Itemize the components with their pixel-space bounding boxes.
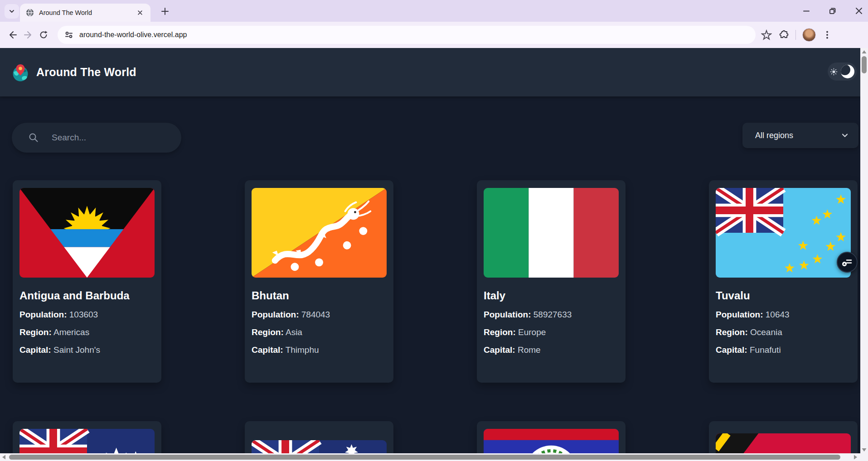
restore-icon[interactable]: [827, 5, 838, 16]
minimize-icon[interactable]: [801, 5, 812, 16]
chevron-down-icon: [8, 8, 15, 15]
country-name: Bhutan: [252, 289, 387, 302]
vertical-scrollbar-thumb[interactable]: [862, 56, 867, 73]
country-card[interactable]: Tuvalu Population: 10643 Region: Oceania…: [709, 180, 858, 383]
theme-toggle[interactable]: [828, 62, 857, 81]
site-info-tune-icon[interactable]: [64, 30, 74, 40]
page-title: Around The World: [36, 66, 136, 79]
url-text: around-the-world-olive.vercel.app: [79, 31, 187, 39]
country-name: Antigua and Barbuda: [19, 289, 155, 302]
region-line: Region: Asia: [252, 327, 387, 337]
tab-search-button[interactable]: [5, 4, 19, 19]
horizontal-scrollbar[interactable]: [0, 453, 860, 461]
country-name: Tuvalu: [716, 289, 851, 302]
capital-line: Capital: Saint John's: [19, 345, 155, 355]
population-line: Population: 784043: [252, 310, 387, 320]
back-icon[interactable]: [5, 27, 20, 43]
search-bar[interactable]: [12, 123, 181, 153]
tuvalu-flag: [716, 188, 851, 278]
sun-icon: [830, 68, 838, 76]
search-input[interactable]: [52, 133, 173, 143]
region-line: Region: Europe: [484, 327, 619, 337]
toolbar-divider: [795, 30, 796, 40]
plus-icon: [161, 7, 169, 15]
chevron-down-icon: [840, 131, 849, 140]
browser-window: Around The World: [0, 0, 868, 461]
country-card[interactable]: Italy Population: 58927633 Region: Europ…: [477, 180, 626, 383]
scroll-right-icon[interactable]: [853, 455, 858, 460]
scroll-up-icon[interactable]: [862, 50, 867, 54]
globe-favicon-icon: [25, 8, 34, 17]
horizontal-scrollbar-thumb[interactable]: [9, 455, 840, 460]
window-close-icon[interactable]: [853, 5, 864, 16]
capital-line: Capital: Rome: [484, 345, 619, 355]
country-card[interactable]: Antigua and Barbuda Population: 103603 R…: [13, 180, 161, 383]
scroll-left-icon[interactable]: [2, 455, 6, 460]
reload-icon[interactable]: [36, 27, 51, 43]
region-line: Region: Oceania: [716, 327, 851, 337]
vertical-scrollbar[interactable]: [860, 48, 868, 461]
capital-line: Capital: Funafuti: [716, 345, 851, 355]
page-content: Around The World All regions: [0, 48, 860, 461]
browser-tabstrip: Around The World: [0, 0, 868, 22]
population-line: Population: 58927633: [484, 310, 619, 320]
capital-line: Capital: Thimphu: [252, 345, 387, 355]
tab-close-icon[interactable]: [135, 8, 145, 18]
site-header: Around The World: [0, 48, 860, 96]
country-name: Italy: [484, 289, 619, 302]
url-bar[interactable]: around-the-world-olive.vercel.app: [58, 26, 756, 44]
forward-icon[interactable]: [20, 27, 36, 43]
country-card[interactable]: Bhutan Population: 784043 Region: Asia C…: [245, 180, 393, 383]
scroll-down-icon[interactable]: [862, 447, 867, 452]
kebab-menu-icon[interactable]: [822, 30, 832, 40]
toolbar-list-icon: [841, 256, 853, 268]
region-line: Region: Americas: [19, 327, 155, 337]
extensions-puzzle-icon[interactable]: [778, 29, 789, 40]
italy-flag: [484, 188, 619, 278]
moon-icon: [841, 65, 854, 78]
globe-pin-logo-icon: [11, 63, 30, 82]
antigua-and-barbuda-flag: [19, 188, 155, 278]
floating-toolbar-button[interactable]: [837, 252, 858, 273]
browser-tab[interactable]: Around The World: [20, 4, 150, 22]
search-icon: [28, 132, 39, 143]
tab-title: Around The World: [39, 9, 135, 16]
browser-toolbar: around-the-world-olive.vercel.app: [0, 22, 868, 48]
bookmark-star-icon[interactable]: [761, 29, 772, 40]
scrollbar-corner: [860, 453, 868, 461]
bhutan-flag: [252, 188, 387, 278]
profile-avatar[interactable]: [802, 28, 816, 42]
population-line: Population: 10643: [716, 310, 851, 320]
population-line: Population: 103603: [19, 310, 155, 320]
region-filter-value: All regions: [755, 131, 840, 140]
new-tab-button[interactable]: [159, 5, 171, 18]
region-filter-select[interactable]: All regions: [742, 123, 858, 148]
